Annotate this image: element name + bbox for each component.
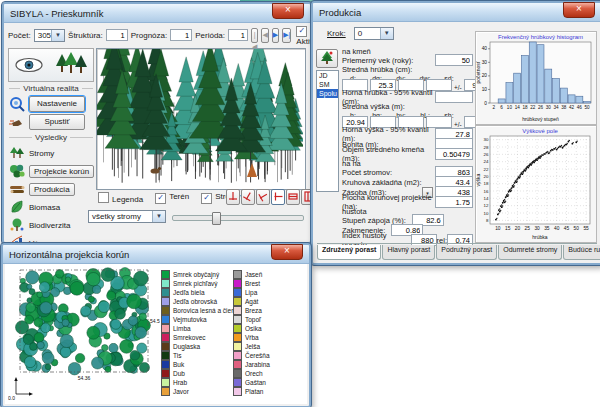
legend-label: Agát xyxy=(245,298,258,305)
svg-text:výška: výška xyxy=(476,173,481,186)
eye-icon xyxy=(14,55,44,75)
krok-row: Krok: 0 xyxy=(327,27,394,40)
field-value[interactable] xyxy=(435,196,473,208)
sidebar-item-tree[interactable]: Stromy xyxy=(7,144,95,162)
legend-label: Tis xyxy=(173,352,181,359)
legenda-checkbox[interactable]: Legenda xyxy=(98,192,143,204)
legend-swatch xyxy=(233,270,242,279)
explorer-titlebar[interactable]: SIBYLA - Prieskumník xyxy=(4,4,310,23)
tab-4[interactable]: Odumreté stromy xyxy=(498,245,562,260)
slider-thumb[interactable] xyxy=(212,212,221,225)
svg-text:30: 30 xyxy=(482,60,488,65)
legend-label: Topoľ xyxy=(245,316,261,323)
legend-label: Orech xyxy=(245,370,263,377)
run-icon xyxy=(9,114,25,130)
legend-swatch xyxy=(233,288,242,297)
species-list[interactable]: JDSMSpolu xyxy=(316,70,339,192)
rotate-view-button-4[interactable] xyxy=(271,189,285,205)
chevron-down-icon[interactable] xyxy=(152,211,165,222)
produkcia-titlebar[interactable]: Produkcia xyxy=(313,3,600,22)
svg-text:20: 20 xyxy=(484,174,489,179)
histogram-panel: 010203040261014182226303438424650Frekven… xyxy=(475,31,597,125)
field-value[interactable] xyxy=(435,91,473,103)
prognoza-input[interactable] xyxy=(170,29,192,41)
legend-item: Jedľa obrovská xyxy=(161,297,241,306)
legend-label: Smrek obyčajný xyxy=(173,271,219,278)
forest-3d-view xyxy=(97,49,303,187)
legend-label: Jelša xyxy=(245,343,260,350)
crown-projection-window: Horizontálna projekcia korún 54.554.360.… xyxy=(1,243,311,407)
nav-next-button[interactable]: ▶ xyxy=(272,28,279,43)
chart-title: Frekvenčný hrúbkový histogram xyxy=(498,34,583,40)
field-row: Plocha korunovej projekcie (ha): xyxy=(342,197,473,207)
species-item-SM[interactable]: SM xyxy=(317,80,338,89)
sidebar-item-biodiv[interactable]: Biodiverzita xyxy=(7,216,95,234)
pocet-label: Počet: xyxy=(8,31,31,40)
svg-text:hrúbka: hrúbka xyxy=(532,234,548,240)
svg-text:14: 14 xyxy=(515,105,521,110)
legend-swatch xyxy=(161,387,170,396)
legend-item: Breza xyxy=(233,306,270,315)
svg-text:10: 10 xyxy=(482,87,488,92)
chevron-down-icon[interactable] xyxy=(380,28,393,39)
svg-text:42: 42 xyxy=(569,105,575,110)
species-panel: JDSMSpolu xyxy=(316,49,339,243)
rotate-view-button-1[interactable] xyxy=(226,189,240,205)
tab-3[interactable]: Podružný porast xyxy=(436,245,497,260)
field-value[interactable] xyxy=(435,54,473,66)
produkcia-title: Produkcia xyxy=(319,7,361,18)
legend-item: Topoľ xyxy=(233,315,270,324)
legend-swatch xyxy=(161,270,170,279)
species-item-JD[interactable]: JD xyxy=(317,71,338,80)
rotate-view-button-3[interactable] xyxy=(256,189,270,205)
nastavenie-button[interactable]: Nastavenie xyxy=(29,96,85,112)
legend-item: Orech xyxy=(233,369,270,378)
close-icon[interactable] xyxy=(563,2,595,18)
crown-projection-content: 54.554.360.0 Smrek obyčajnýSmrek pichľav… xyxy=(5,264,307,404)
sidebar-item-logs[interactable]: Produkcia xyxy=(7,180,95,198)
tab-1[interactable]: Združený porast xyxy=(317,245,381,260)
sidebar-item-crowns[interactable]: Projekcie korún xyxy=(7,162,95,180)
svg-text:24: 24 xyxy=(484,159,489,164)
nav-prev-button[interactable]: ◀ xyxy=(261,28,268,43)
sidebar-item-label: Biomasa xyxy=(29,203,60,212)
crown-projection-plot: 54.554.360.0 xyxy=(8,266,160,402)
rotate-view-button-5[interactable] xyxy=(286,189,300,205)
zoom-slider[interactable] xyxy=(172,215,304,221)
tree-filter-combo[interactable]: všetky stromy xyxy=(88,210,166,223)
krok-label: Krok: xyxy=(327,29,346,38)
field-value[interactable] xyxy=(435,148,473,160)
close-icon[interactable] xyxy=(272,3,304,19)
krok-combo[interactable]: 0 xyxy=(354,27,394,40)
legend-label: Gaštan xyxy=(245,379,266,386)
nav-first-button[interactable]: |◀ xyxy=(251,28,258,43)
prognoza-label: Prognóza: xyxy=(131,31,167,40)
crown-projection-titlebar[interactable]: Horizontálna projekcia korún xyxy=(3,245,309,264)
chevron-down-icon[interactable] xyxy=(51,30,64,41)
biodiv-icon xyxy=(9,217,25,233)
svg-text:14: 14 xyxy=(484,196,489,201)
legend-swatch xyxy=(161,279,170,288)
nav-last-button[interactable]: ▶| xyxy=(282,28,291,43)
legend-item: Jedľa biela xyxy=(161,288,241,297)
perioda-input[interactable] xyxy=(228,29,248,41)
species-item-Spolu[interactable]: Spolu xyxy=(317,89,338,98)
tab-5[interactable]: Budúce rubné stromy xyxy=(563,245,600,260)
pocet-combo[interactable]: 305 xyxy=(34,29,65,42)
legend-item: Javor xyxy=(161,387,241,396)
legend-item: Hrab xyxy=(161,378,241,387)
axis-right-label: 54.5 xyxy=(150,318,160,324)
sidebar-item-leaf[interactable]: Biomasa xyxy=(7,198,95,216)
spustit-button[interactable]: Spustiť xyxy=(29,114,85,130)
tab-2[interactable]: Hlavný porast xyxy=(382,245,435,260)
teren-checkbox[interactable]: Terén xyxy=(155,192,189,204)
spustit-row[interactable]: Spustiť xyxy=(7,113,95,131)
rotate-view-button-2[interactable] xyxy=(241,189,255,205)
species-tree-button[interactable] xyxy=(316,49,338,68)
forest-viewport[interactable] xyxy=(96,48,306,190)
close-icon[interactable] xyxy=(271,244,303,260)
struktura-input[interactable] xyxy=(106,29,128,41)
nastavenie-row[interactable]: Nastavenie xyxy=(7,95,95,113)
legend-label: Buk xyxy=(173,361,184,368)
checkbox-icon[interactable] xyxy=(296,26,307,37)
